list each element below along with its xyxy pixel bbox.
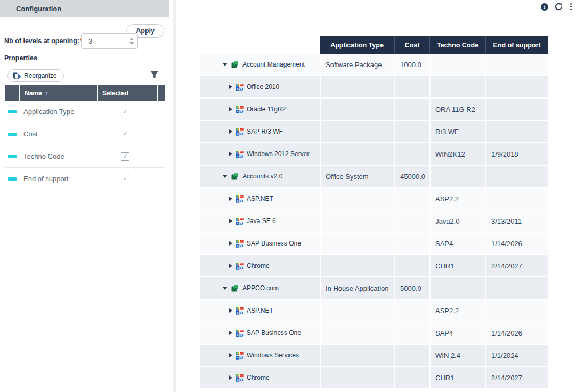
expand-icon[interactable] bbox=[229, 308, 232, 313]
expand-icon[interactable] bbox=[229, 107, 232, 111]
cost-cell bbox=[394, 255, 429, 276]
end-column-header bbox=[158, 85, 165, 101]
techno-code-cell: ASP2.2 bbox=[429, 300, 485, 321]
item-name[interactable]: Java SE 6 bbox=[247, 217, 276, 225]
tree-cell: s Oracle 11gR2 bbox=[200, 99, 320, 120]
tree-table-row[interactable]: s Office 2010 bbox=[200, 76, 548, 99]
tree-table-row[interactable]: Accounts v2.0Office System45000.0 bbox=[200, 166, 548, 188]
cost-cell bbox=[394, 300, 429, 321]
tree-cell: s Windows 2012 Server bbox=[200, 143, 320, 165]
technology-icon: s bbox=[236, 240, 244, 248]
application-type-cell bbox=[320, 345, 394, 366]
expand-icon[interactable] bbox=[229, 197, 232, 201]
stepper-arrows[interactable] bbox=[126, 38, 137, 45]
cost-cell bbox=[394, 345, 429, 366]
end-of-support-cell bbox=[485, 166, 548, 187]
item-name[interactable]: Chrome bbox=[247, 374, 270, 381]
drag-handle-icon[interactable] bbox=[5, 133, 19, 136]
filter-icon[interactable] bbox=[150, 70, 159, 81]
application-icon bbox=[231, 284, 239, 292]
property-checkbox[interactable]: ✓ bbox=[121, 108, 129, 116]
property-checkbox[interactable]: ✓ bbox=[121, 130, 129, 138]
collapse-icon[interactable] bbox=[222, 287, 228, 290]
item-name[interactable]: Windows 2012 Server bbox=[247, 150, 309, 158]
technology-icon: s bbox=[236, 150, 244, 158]
tree-table-row[interactable]: s SAP R/3 WFR/3 WF bbox=[200, 121, 548, 143]
column-header[interactable]: Techno Code bbox=[429, 36, 485, 54]
expand-icon[interactable] bbox=[229, 152, 232, 156]
tree-table-row[interactable]: s SAP Business OneSAP41/14/2026 bbox=[200, 322, 548, 345]
tree-table-row[interactable]: s ChromeCHR12/14/2027 bbox=[200, 367, 548, 389]
stepper-up-icon[interactable] bbox=[129, 38, 134, 40]
application-type-cell bbox=[320, 300, 394, 321]
tree-table-row[interactable]: s Windows 2012 ServerWIN2K121/9/2018 bbox=[200, 143, 548, 166]
expand-icon[interactable] bbox=[229, 353, 232, 357]
item-name[interactable]: Chrome bbox=[247, 262, 270, 270]
tree-table-row[interactable]: s ChromeCHR12/14/2027 bbox=[200, 255, 548, 277]
application-type-cell bbox=[320, 143, 394, 165]
property-label: End of support bbox=[19, 175, 96, 183]
reorganize-button[interactable]: Reorganize bbox=[7, 69, 64, 82]
expand-icon[interactable] bbox=[229, 375, 232, 380]
collapse-icon[interactable] bbox=[222, 175, 228, 178]
collapse-icon[interactable] bbox=[222, 63, 228, 66]
tree-table-row[interactable]: s ASP.NETASP2.2 bbox=[200, 188, 548, 210]
expand-icon[interactable] bbox=[229, 129, 232, 134]
tree-cell: Accounts v2.0 bbox=[200, 166, 320, 187]
item-name[interactable]: APPCO.com bbox=[242, 284, 279, 292]
property-checkbox[interactable]: ✓ bbox=[121, 152, 129, 161]
tree-table-row[interactable]: s SAP Business OneSAP41/14/2026 bbox=[200, 233, 548, 255]
item-name[interactable]: SAP Business One bbox=[247, 240, 301, 247]
item-name[interactable]: ASP.NET bbox=[247, 195, 273, 202]
tree-table-row[interactable]: s Windows ServicesWIN 2.41/1/2024 bbox=[200, 345, 548, 367]
item-name[interactable]: ASP.NET bbox=[247, 307, 273, 314]
name-column-header[interactable]: Name ↑ bbox=[20, 85, 97, 101]
item-name[interactable]: SAP Business One bbox=[247, 329, 301, 337]
drag-handle-icon[interactable] bbox=[5, 177, 19, 181]
column-header[interactable]: End of support bbox=[485, 36, 548, 54]
end-of-support-cell: 2/14/2027 bbox=[485, 255, 548, 276]
drag-handle-icon[interactable] bbox=[5, 155, 19, 158]
more-options-icon[interactable] bbox=[569, 3, 573, 11]
tree-table-row[interactable]: s Oracle 11gR2ORA 11G R2 bbox=[200, 99, 548, 121]
selected-column-header[interactable]: Selected bbox=[98, 85, 157, 101]
item-name[interactable]: SAP R/3 WF bbox=[247, 128, 283, 135]
column-header[interactable]: Cost bbox=[394, 36, 429, 54]
info-icon[interactable]: i bbox=[541, 3, 548, 11]
column-header[interactable]: Application Type bbox=[320, 36, 394, 54]
item-name[interactable]: Accounts v2.0 bbox=[242, 173, 282, 180]
configuration-header: Configuration bbox=[0, 0, 169, 17]
cost-cell bbox=[394, 322, 429, 344]
expand-icon[interactable] bbox=[229, 264, 232, 268]
techno-code-cell bbox=[429, 166, 485, 187]
reorganize-label: Reorganize bbox=[24, 72, 56, 79]
tree-table-row[interactable]: APPCO.comIn House Application5000.0 bbox=[200, 277, 548, 300]
end-of-support-cell bbox=[485, 76, 548, 97]
expand-icon[interactable] bbox=[229, 331, 232, 335]
tree-table-row[interactable]: s ASP.NETASP2.2 bbox=[200, 300, 548, 322]
item-name[interactable]: Office 2010 bbox=[247, 83, 279, 91]
refresh-icon[interactable] bbox=[554, 2, 563, 11]
property-label: Application Type bbox=[19, 108, 96, 116]
item-name[interactable]: Account Management bbox=[242, 61, 305, 68]
expand-icon[interactable] bbox=[229, 219, 232, 223]
technology-icon: s bbox=[236, 262, 244, 270]
techno-code-cell: Java2.0 bbox=[429, 210, 485, 232]
expand-icon[interactable] bbox=[229, 85, 232, 89]
expand-icon[interactable] bbox=[229, 241, 232, 246]
techno-code-cell: SAP4 bbox=[429, 233, 485, 254]
item-name[interactable]: Oracle 11gR2 bbox=[247, 105, 286, 113]
tree-table-row[interactable]: Account ManagementSoftware Package1000.0 bbox=[200, 54, 548, 76]
end-of-support-cell: 1/9/2018 bbox=[485, 143, 548, 165]
item-name[interactable]: Windows Services bbox=[247, 352, 299, 359]
end-of-support-cell: 1/14/2026 bbox=[485, 322, 548, 344]
panel-splitter[interactable] bbox=[173, 0, 176, 392]
stepper-down-icon[interactable] bbox=[129, 42, 134, 45]
end-of-support-cell bbox=[485, 300, 548, 321]
tree-table-row[interactable]: s Java SE 6Java2.03/13/2011 bbox=[200, 210, 548, 233]
property-checkbox[interactable]: ✓ bbox=[121, 175, 129, 183]
cost-cell: 5000.0 bbox=[394, 277, 429, 299]
drag-handle-icon[interactable] bbox=[5, 110, 19, 113]
levels-input[interactable] bbox=[82, 37, 126, 46]
cost-cell bbox=[394, 76, 429, 97]
